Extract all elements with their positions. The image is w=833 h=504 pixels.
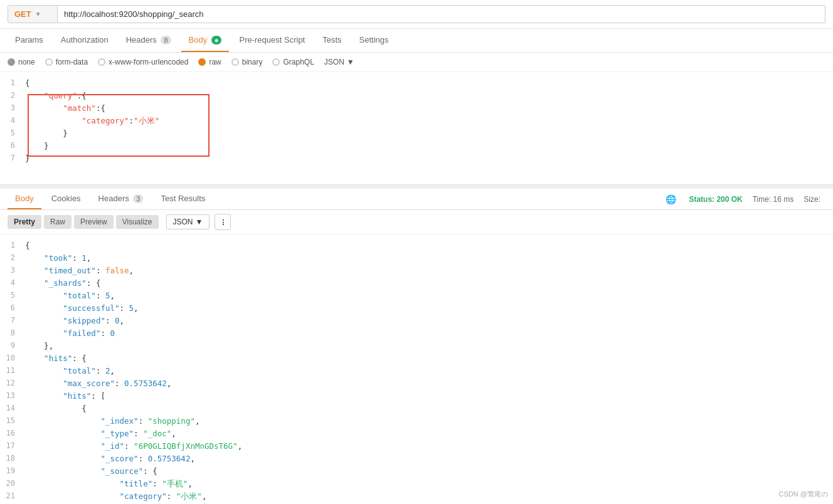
resp-line-2: 2 "took": 1, [0, 252, 833, 265]
method-select[interactable]: GET ▼ [8, 5, 58, 23]
radio-urlencoded [98, 58, 105, 66]
request-tab-nav: Params Authorization Headers 8 Body ● Pr… [0, 29, 833, 53]
resp-line-4: 4 "_shards": { [0, 277, 833, 290]
resp-line-10: 10 "hits": { [0, 352, 833, 365]
radio-form-data [45, 58, 53, 66]
resp-line-15: 15 "_index": "shopping", [0, 415, 833, 428]
resp-line-13: 13 "hits": [ [0, 390, 833, 402]
tab-body[interactable]: Body ● [181, 29, 230, 52]
headers-badge: 8 [161, 36, 171, 45]
resp-line-7: 7 "skipped": 0, [0, 315, 833, 327]
response-format-bar: Pretty Raw Preview Visualize JSON ▼ ⫶ [0, 210, 833, 234]
size-text: Size: [804, 195, 820, 204]
response-tab-test-results[interactable]: Test Results [153, 189, 213, 209]
resp-line-6: 6 "successful": 5, [0, 302, 833, 315]
tab-params[interactable]: Params [8, 29, 51, 52]
format-visualize-btn[interactable]: Visualize [116, 215, 159, 229]
resp-line-11: 11 "total": 2, [0, 365, 833, 377]
globe-icon: 🌐 [666, 194, 676, 204]
body-type-bar: none form-data x-www-form-urlencoded raw… [0, 53, 833, 72]
body-type-urlencoded[interactable]: x-www-form-urlencoded [98, 58, 188, 66]
body-badge: ● [211, 36, 222, 45]
resp-line-14: 14 { [0, 402, 833, 415]
req-line-6: 6 } [0, 140, 833, 152]
status-text: Status: 200 OK [689, 195, 742, 204]
resp-line-5: 5 "total": 5, [0, 290, 833, 302]
tab-pre-request[interactable]: Pre-request Script [231, 29, 312, 52]
resp-line-18: 18 "_score": 0.5753642, [0, 453, 833, 465]
response-code-area: 1{2 "took": 1,3 "timed_out": false,4 "_s… [0, 234, 833, 504]
response-tab-row: Body Cookies Headers 3 Test Results 🌐 St… [0, 189, 833, 210]
tab-authorization[interactable]: Authorization [53, 29, 116, 52]
body-type-none[interactable]: none [8, 58, 35, 66]
resp-line-16: 16 "_type": "_doc", [0, 428, 833, 440]
resp-line-1: 1{ [0, 239, 833, 252]
method-chevron-icon: ▼ [35, 11, 41, 18]
tab-tests[interactable]: Tests [315, 29, 349, 52]
tab-headers[interactable]: Headers 8 [119, 29, 179, 52]
resp-line-8: 8 "failed": 0 [0, 327, 833, 340]
format-raw-btn[interactable]: Raw [44, 215, 72, 229]
filter-icon[interactable]: ⫶ [215, 214, 231, 230]
req-line-2: 2 "query":{ [0, 90, 833, 102]
body-format-dropdown[interactable]: JSON ▼ [324, 58, 354, 66]
response-tab-body[interactable]: Body [8, 189, 41, 209]
resp-line-12: 12 "max_score": 0.5753642, [0, 377, 833, 390]
response-tab-nav: Body Cookies Headers 3 Test Results 🌐 St… [0, 189, 833, 210]
time-text: Time: 16 ms [753, 195, 794, 204]
response-headers-badge: 3 [133, 194, 143, 203]
resp-line-21: 21 "category": "小米", [0, 490, 833, 503]
req-line-7: 7 } [0, 152, 833, 165]
url-input[interactable] [58, 5, 825, 23]
req-line-5: 5 } [0, 127, 833, 140]
watermark: CSDN @莺尾の [779, 490, 828, 499]
resp-line-19: 19 "_source": { [0, 465, 833, 478]
response-tab-cookies[interactable]: Cookies [44, 189, 88, 209]
response-format-dropdown[interactable]: JSON ▼ [166, 214, 210, 229]
body-type-graphql[interactable]: GraphQL [272, 58, 314, 66]
body-type-raw[interactable]: raw [198, 58, 221, 66]
response-status-bar: 🌐 Status: 200 OK Time: 16 ms Size: [666, 194, 825, 204]
method-label: GET [14, 9, 31, 19]
req-line-3: 3 "match":{ [0, 102, 833, 115]
radio-none [8, 58, 15, 66]
response-tab-headers[interactable]: Headers 3 [91, 189, 151, 209]
radio-binary [231, 58, 239, 66]
resp-line-17: 17 "_id": "6P0GLIQBfjXnMnGDsT6G", [0, 440, 833, 453]
resp-line-3: 3 "timed_out": false, [0, 265, 833, 277]
resp-line-20: 20 "title": "手机", [0, 478, 833, 490]
body-type-form-data[interactable]: form-data [45, 58, 88, 66]
url-bar: GET ▼ [0, 0, 833, 29]
resp-line-9: 9 }, [0, 340, 833, 352]
radio-raw [198, 58, 206, 66]
format-preview-btn[interactable]: Preview [74, 215, 114, 229]
req-line-1: 1 { [0, 77, 833, 90]
tab-settings[interactable]: Settings [352, 29, 396, 52]
req-line-4: 4 "category":"小米" [0, 115, 833, 127]
request-code-editor[interactable]: 1 { 2 "query":{ 3 "match":{ 4 "category"… [0, 72, 833, 185]
format-pretty-btn[interactable]: Pretty [8, 215, 41, 229]
radio-graphql [272, 58, 280, 66]
body-type-binary[interactable]: binary [231, 58, 263, 66]
